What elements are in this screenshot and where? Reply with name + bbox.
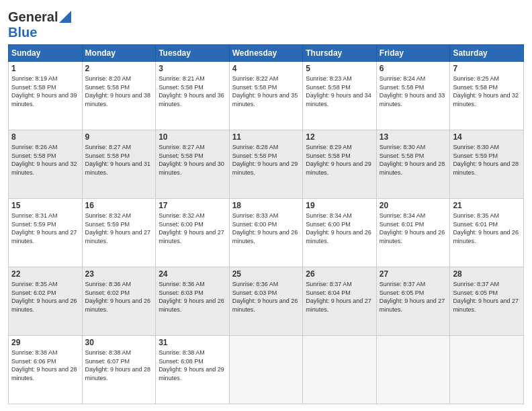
col-header-saturday: Saturday	[450, 45, 524, 62]
day-info: Sunrise: 8:29 AM Sunset: 5:58 PM Dayligh…	[306, 143, 373, 177]
day-number: 6	[380, 64, 447, 73]
day-number: 9	[85, 132, 153, 142]
col-header-friday: Friday	[376, 45, 450, 62]
day-number: 19	[306, 201, 373, 210]
calendar-day-cell: 23 Sunrise: 8:36 AM Sunset: 6:02 PM Dayl…	[82, 267, 156, 336]
day-info: Sunrise: 8:32 AM Sunset: 5:59 PM Dayligh…	[85, 212, 153, 245]
day-number: 10	[159, 132, 226, 142]
day-number: 4	[232, 64, 300, 73]
day-number: 24	[159, 269, 226, 279]
day-info: Sunrise: 8:23 AM Sunset: 5:58 PM Dayligh…	[306, 75, 373, 108]
page: General Blue SundayMondayTuesdayWednesda…	[0, 0, 532, 411]
calendar-week-row: 8 Sunrise: 8:26 AM Sunset: 5:58 PM Dayli…	[9, 130, 524, 199]
day-info: Sunrise: 8:22 AM Sunset: 5:58 PM Dayligh…	[232, 75, 300, 108]
calendar-day-cell	[376, 336, 450, 404]
day-info: Sunrise: 8:28 AM Sunset: 5:58 PM Dayligh…	[232, 143, 300, 177]
day-info: Sunrise: 8:37 AM Sunset: 6:05 PM Dayligh…	[380, 280, 447, 314]
logo-icon	[59, 11, 71, 23]
day-number: 21	[453, 201, 521, 210]
day-number: 29	[11, 338, 79, 347]
calendar-day-cell: 15 Sunrise: 8:31 AM Sunset: 5:59 PM Dayl…	[9, 199, 83, 267]
calendar-day-cell: 19 Sunrise: 8:34 AM Sunset: 6:00 PM Dayl…	[303, 199, 377, 267]
calendar-day-cell: 24 Sunrise: 8:36 AM Sunset: 6:03 PM Dayl…	[156, 267, 230, 336]
day-number: 18	[232, 201, 300, 210]
calendar-day-cell: 29 Sunrise: 8:38 AM Sunset: 6:06 PM Dayl…	[9, 336, 83, 404]
calendar-day-cell: 20 Sunrise: 8:34 AM Sunset: 6:01 PM Dayl…	[376, 199, 450, 267]
day-info: Sunrise: 8:34 AM Sunset: 6:00 PM Dayligh…	[306, 212, 373, 245]
calendar-day-cell: 13 Sunrise: 8:30 AM Sunset: 5:58 PM Dayl…	[376, 130, 450, 199]
calendar-day-cell: 14 Sunrise: 8:30 AM Sunset: 5:59 PM Dayl…	[450, 130, 524, 199]
calendar-day-cell: 16 Sunrise: 8:32 AM Sunset: 5:59 PM Dayl…	[82, 199, 156, 267]
calendar-day-cell: 9 Sunrise: 8:27 AM Sunset: 5:58 PM Dayli…	[82, 130, 156, 199]
day-info: Sunrise: 8:35 AM Sunset: 6:01 PM Dayligh…	[453, 212, 521, 245]
calendar-day-cell	[450, 336, 524, 404]
col-header-tuesday: Tuesday	[156, 45, 230, 62]
day-number: 25	[232, 269, 300, 279]
day-info: Sunrise: 8:38 AM Sunset: 6:06 PM Dayligh…	[11, 349, 79, 382]
calendar-day-cell	[229, 336, 303, 404]
day-number: 2	[85, 64, 153, 73]
day-info: Sunrise: 8:32 AM Sunset: 6:00 PM Dayligh…	[159, 212, 226, 245]
day-info: Sunrise: 8:20 AM Sunset: 5:58 PM Dayligh…	[85, 75, 153, 108]
calendar-day-cell: 27 Sunrise: 8:37 AM Sunset: 6:05 PM Dayl…	[376, 267, 450, 336]
day-number: 22	[11, 269, 79, 279]
day-number: 23	[85, 269, 153, 279]
day-info: Sunrise: 8:30 AM Sunset: 5:59 PM Dayligh…	[453, 143, 521, 177]
calendar-week-row: 1 Sunrise: 8:19 AM Sunset: 5:58 PM Dayli…	[9, 62, 524, 130]
day-info: Sunrise: 8:27 AM Sunset: 5:58 PM Dayligh…	[159, 143, 226, 177]
calendar-header-row: SundayMondayTuesdayWednesdayThursdayFrid…	[9, 45, 524, 62]
col-header-wednesday: Wednesday	[229, 45, 303, 62]
day-number: 14	[453, 132, 521, 142]
day-info: Sunrise: 8:30 AM Sunset: 5:58 PM Dayligh…	[380, 143, 447, 177]
day-info: Sunrise: 8:35 AM Sunset: 6:02 PM Dayligh…	[11, 280, 79, 314]
day-info: Sunrise: 8:33 AM Sunset: 6:00 PM Dayligh…	[232, 212, 300, 245]
header: General Blue	[8, 7, 524, 40]
day-info: Sunrise: 8:36 AM Sunset: 6:03 PM Dayligh…	[159, 280, 226, 314]
calendar-week-row: 22 Sunrise: 8:35 AM Sunset: 6:02 PM Dayl…	[9, 267, 524, 336]
day-info: Sunrise: 8:36 AM Sunset: 6:02 PM Dayligh…	[85, 280, 153, 314]
day-number: 1	[11, 64, 79, 73]
col-header-monday: Monday	[82, 45, 156, 62]
day-info: Sunrise: 8:27 AM Sunset: 5:58 PM Dayligh…	[85, 143, 153, 177]
calendar-day-cell	[303, 336, 377, 404]
calendar-day-cell: 22 Sunrise: 8:35 AM Sunset: 6:02 PM Dayl…	[9, 267, 83, 336]
calendar-week-row: 29 Sunrise: 8:38 AM Sunset: 6:06 PM Dayl…	[9, 336, 524, 404]
day-info: Sunrise: 8:38 AM Sunset: 6:08 PM Dayligh…	[159, 349, 226, 382]
day-info: Sunrise: 8:31 AM Sunset: 5:59 PM Dayligh…	[11, 212, 79, 245]
day-number: 7	[453, 64, 521, 73]
day-number: 17	[159, 201, 226, 210]
calendar-day-cell: 25 Sunrise: 8:36 AM Sunset: 6:03 PM Dayl…	[229, 267, 303, 336]
day-number: 12	[306, 132, 373, 142]
day-number: 20	[380, 201, 447, 210]
day-info: Sunrise: 8:25 AM Sunset: 5:58 PM Dayligh…	[453, 75, 521, 108]
calendar-day-cell: 21 Sunrise: 8:35 AM Sunset: 6:01 PM Dayl…	[450, 199, 524, 267]
day-info: Sunrise: 8:36 AM Sunset: 6:03 PM Dayligh…	[232, 280, 300, 314]
calendar-day-cell: 7 Sunrise: 8:25 AM Sunset: 5:58 PM Dayli…	[450, 62, 524, 130]
day-number: 26	[306, 269, 373, 279]
day-info: Sunrise: 8:24 AM Sunset: 5:58 PM Dayligh…	[380, 75, 447, 108]
calendar-day-cell: 17 Sunrise: 8:32 AM Sunset: 6:00 PM Dayl…	[156, 199, 230, 267]
day-info: Sunrise: 8:37 AM Sunset: 6:04 PM Dayligh…	[306, 280, 373, 314]
day-number: 3	[159, 64, 226, 73]
logo-area: General Blue	[8, 7, 71, 40]
calendar-week-row: 15 Sunrise: 8:31 AM Sunset: 5:59 PM Dayl…	[9, 199, 524, 267]
day-number: 16	[85, 201, 153, 210]
day-number: 8	[11, 132, 79, 142]
calendar-day-cell: 28 Sunrise: 8:37 AM Sunset: 6:05 PM Dayl…	[450, 267, 524, 336]
calendar-day-cell: 18 Sunrise: 8:33 AM Sunset: 6:00 PM Dayl…	[229, 199, 303, 267]
day-info: Sunrise: 8:37 AM Sunset: 6:05 PM Dayligh…	[453, 280, 521, 314]
day-number: 28	[453, 269, 521, 279]
calendar-day-cell: 1 Sunrise: 8:19 AM Sunset: 5:58 PM Dayli…	[9, 62, 83, 130]
day-info: Sunrise: 8:34 AM Sunset: 6:01 PM Dayligh…	[380, 212, 447, 245]
calendar-day-cell: 6 Sunrise: 8:24 AM Sunset: 5:58 PM Dayli…	[376, 62, 450, 130]
calendar-day-cell: 26 Sunrise: 8:37 AM Sunset: 6:04 PM Dayl…	[303, 267, 377, 336]
logo-blue: Blue	[8, 25, 37, 40]
col-header-sunday: Sunday	[9, 45, 83, 62]
calendar-day-cell: 8 Sunrise: 8:26 AM Sunset: 5:58 PM Dayli…	[9, 130, 83, 199]
calendar-day-cell: 12 Sunrise: 8:29 AM Sunset: 5:58 PM Dayl…	[303, 130, 377, 199]
svg-marker-0	[59, 11, 71, 23]
day-number: 31	[159, 338, 226, 347]
day-info: Sunrise: 8:38 AM Sunset: 6:07 PM Dayligh…	[85, 349, 153, 382]
day-number: 5	[306, 64, 373, 73]
day-info: Sunrise: 8:26 AM Sunset: 5:58 PM Dayligh…	[11, 143, 79, 177]
